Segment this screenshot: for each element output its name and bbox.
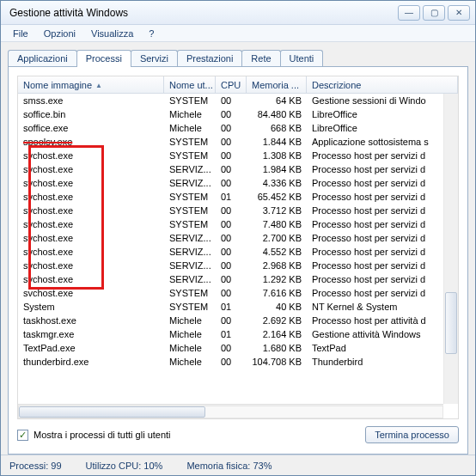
table-row[interactable]: svchost.exeSYSTEM007.616 KBProcesso host… [18, 286, 443, 300]
tab-performance[interactable]: Prestazioni [177, 50, 242, 66]
cell: 00 [216, 287, 247, 299]
status-processes: Processi: 99 [9, 461, 62, 471]
table-row[interactable]: svchost.exeSYSTEM003.712 KBProcesso host… [18, 204, 443, 217]
cell: 1.844 KB [247, 136, 307, 148]
panel-footer: ✓ Mostra i processi di tutti gli utenti … [17, 419, 459, 447]
col-cpu[interactable]: CPU [216, 76, 247, 93]
cell: LibreOffice [307, 108, 443, 120]
col-memory[interactable]: Memoria ... [247, 76, 307, 93]
cell: smss.exe [18, 95, 164, 107]
cell: SYSTEM [164, 204, 216, 217]
cell: thunderbird.exe [18, 356, 164, 368]
show-all-users-label: Mostra i processi di tutti gli utenti [34, 430, 171, 440]
table-row[interactable]: TextPad.exeMichele001.680 KBTextPad [18, 341, 443, 355]
cell: 668 KB [247, 122, 307, 134]
cell: svchost.exe [18, 191, 164, 203]
cell: TextPad.exe [18, 342, 164, 354]
horizontal-scroll-thumb[interactable] [19, 406, 205, 418]
show-all-users-checkbox[interactable]: ✓ [17, 430, 28, 441]
cell: 01 [216, 301, 247, 313]
cell: 2.692 KB [247, 314, 307, 326]
cell: taskmgr.exe [18, 328, 164, 340]
menu-options[interactable]: Opzioni [37, 27, 82, 40]
cell: 84.480 KB [247, 108, 307, 120]
cell: svchost.exe [18, 273, 164, 285]
cell: Michele [164, 328, 216, 340]
status-memory: Memoria fisica: 73% [186, 461, 272, 471]
close-button[interactable]: ✕ [448, 5, 470, 21]
cell: 65.452 KB [247, 191, 307, 203]
tab-processes[interactable]: Processi [76, 50, 131, 67]
table-row[interactable]: smss.exeSYSTEM0064 KBGestione sessioni d… [18, 94, 443, 107]
cell: SERVIZ... [164, 273, 216, 285]
tab-services[interactable]: Servizi [131, 50, 178, 66]
window-title: Gestione attività Windows [9, 7, 395, 19]
col-user[interactable]: Nome ut... [164, 76, 216, 93]
table-row[interactable]: svchost.exeSERVIZ...002.968 KBProcesso h… [18, 259, 443, 272]
cell: svchost.exe [18, 259, 164, 272]
cell: LibreOffice [307, 122, 443, 134]
table-row[interactable]: soffice.exeMichele00668 KBLibreOffice [18, 121, 443, 135]
table-row[interactable]: SystemSYSTEM0140 KBNT Kernel & System [18, 300, 443, 314]
cell: svchost.exe [18, 204, 164, 217]
cell: TextPad [307, 342, 443, 354]
titlebar[interactable]: Gestione attività Windows — ▢ ✕ [1, 1, 475, 25]
cell: soffice.bin [18, 108, 164, 120]
table-row[interactable]: taskmgr.exeMichele012.164 KBGestione att… [18, 327, 443, 341]
cell: 00 [216, 95, 247, 107]
horizontal-scrollbar[interactable] [18, 406, 443, 418]
cell: 64 KB [247, 95, 307, 107]
cell: spoolsv.exe [18, 136, 164, 148]
table-row[interactable]: svchost.exeSERVIZ...001.984 KBProcesso h… [18, 162, 443, 176]
menu-view[interactable]: Visualizza [84, 27, 140, 40]
cell: SERVIZ... [164, 232, 216, 244]
table-row[interactable]: thunderbird.exeMichele00104.708 KBThunde… [18, 355, 443, 369]
menu-file[interactable]: File [6, 27, 35, 40]
cell: soffice.exe [18, 122, 164, 134]
cell: 1.308 KB [247, 150, 307, 162]
table-row[interactable]: svchost.exeSERVIZ...002.700 KBProcesso h… [18, 231, 443, 245]
cell: Applicazione sottosistema s [307, 136, 443, 148]
table-row[interactable]: svchost.exeSYSTEM001.308 KBProcesso host… [18, 149, 443, 162]
cell: svchost.exe [18, 246, 164, 258]
menu-help[interactable]: ? [142, 27, 161, 40]
vertical-scroll-thumb[interactable] [445, 292, 457, 354]
maximize-button[interactable]: ▢ [423, 5, 445, 21]
cell: taskhost.exe [18, 314, 164, 326]
cell: 00 [216, 204, 247, 217]
tab-networking[interactable]: Rete [241, 50, 280, 66]
table-row[interactable]: taskhost.exeMichele002.692 KBProcesso ho… [18, 314, 443, 327]
table-row[interactable]: svchost.exeSERVIZ...004.552 KBProcesso h… [18, 245, 443, 259]
minimize-button[interactable]: — [398, 5, 420, 21]
tab-users[interactable]: Utenti [280, 50, 324, 66]
sort-ascending-icon: ▲ [95, 82, 102, 89]
table-row[interactable]: svchost.exeSERVIZ...004.336 KBProcesso h… [18, 176, 443, 190]
cell: Processo host per servizi d [307, 232, 443, 244]
cell: SERVIZ... [164, 177, 216, 189]
table-row[interactable]: svchost.exeSYSTEM0165.452 KBProcesso hos… [18, 190, 443, 204]
cell: SYSTEM [164, 301, 216, 313]
cell: 01 [216, 191, 247, 203]
cell: 7.480 KB [247, 218, 307, 230]
col-image-name[interactable]: Nome immagine▲ [18, 76, 164, 93]
cell: SYSTEM [164, 136, 216, 148]
cell: Processo host per servizi d [307, 218, 443, 230]
table-row[interactable]: spoolsv.exeSYSTEM001.844 KBApplicazione … [18, 135, 443, 149]
cell: 01 [216, 328, 247, 340]
cell: Processo host per servizi d [307, 259, 443, 272]
cell: 3.712 KB [247, 204, 307, 217]
table-row[interactable]: svchost.exeSERVIZ...001.292 KBProcesso h… [18, 272, 443, 286]
cell: NT Kernel & System [307, 301, 443, 313]
col-description[interactable]: Descrizione [307, 76, 458, 93]
table-row[interactable]: soffice.binMichele0084.480 KBLibreOffice [18, 107, 443, 121]
tab-applications[interactable]: Applicazioni [8, 50, 77, 66]
process-rows: smss.exeSYSTEM0064 KBGestione sessioni d… [18, 94, 443, 404]
cell: 00 [216, 108, 247, 120]
cell: 1.984 KB [247, 163, 307, 175]
process-list[interactable]: Nome immagine▲ Nome ut... CPU Memoria ..… [17, 76, 459, 419]
vertical-scrollbar[interactable] [443, 94, 458, 404]
table-row[interactable]: svchost.exeSYSTEM007.480 KBProcesso host… [18, 217, 443, 231]
cell: 104.708 KB [247, 356, 307, 368]
cell: SYSTEM [164, 150, 216, 162]
end-process-button[interactable]: Termina processo [365, 426, 459, 443]
